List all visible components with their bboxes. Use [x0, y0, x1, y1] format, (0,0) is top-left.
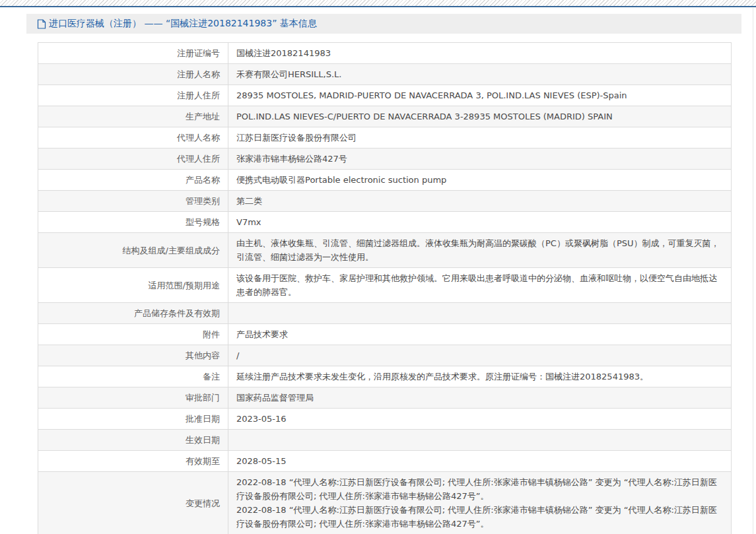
table-row: 附件 产品技术要求: [38, 324, 732, 345]
field-label: 结构及组成/主要组成成分: [38, 233, 228, 268]
table-row: 代理人名称 江苏日新医疗设备股份有限公司: [38, 127, 732, 149]
table-row: 产品名称 便携式电动吸引器Portable electronic suction…: [38, 170, 732, 191]
field-value: [228, 430, 732, 451]
table-row: 其他内容 /: [38, 345, 732, 366]
field-label: 注册人名称: [38, 64, 228, 85]
table-row: 变更情况 2022-08-18 “代理人名称:江苏日新医疗设备有限公司; 代理人…: [38, 472, 732, 534]
field-value: V7mx: [228, 212, 732, 233]
field-value: 该设备用于医院、救护车、家居护理和其他救护领域。它用来吸出患者呼吸道中的分泌物、…: [228, 268, 732, 303]
table-row: 注册人住所 28935 MOSTOLES, MADRID-PUERTO DE N…: [38, 85, 732, 106]
table-row: 审批部门 国家药品监督管理局: [38, 387, 732, 409]
field-label: 适用范围/预期用途: [38, 268, 228, 303]
field-value: /: [228, 345, 732, 366]
table-row: 注册人名称 禾赛有限公司HERSILL,S.L.: [38, 64, 732, 85]
info-table-body: 注册证编号 国械注进20182141983 注册人名称 禾赛有限公司HERSIL…: [38, 43, 732, 534]
field-label: 生效日期: [38, 430, 228, 451]
table-row: 批准日期 2023-05-16: [38, 409, 732, 430]
table-wrap: 注册证编号 国械注进20182141983 注册人名称 禾赛有限公司HERSIL…: [38, 42, 741, 534]
field-label: 附件: [38, 324, 228, 345]
field-value: POL.IND.LAS NIEVES-C/PUERTO DE NAVACERRA…: [228, 106, 732, 127]
field-label: 批准日期: [38, 409, 228, 430]
field-label: 有效期至: [38, 451, 228, 472]
table-row: 代理人住所 张家港市锦丰杨锦公路427号: [38, 149, 732, 170]
top-accent-line: [0, 6, 756, 7]
field-value: 2023-05-16: [228, 409, 732, 430]
field-value: [228, 303, 732, 324]
registration-info-table: 注册证编号 国械注进20182141983 注册人名称 禾赛有限公司HERSIL…: [38, 42, 732, 534]
field-label: 产品名称: [38, 170, 228, 191]
field-label: 产品储存条件及有效期: [38, 303, 228, 324]
field-value: 产品技术要求: [228, 324, 732, 345]
page-title: 进口医疗器械（注册） —— “国械注进20182141983” 基本信息: [37, 18, 317, 30]
table-row: 管理类别 第二类: [38, 191, 732, 212]
page-title-text: 进口医疗器械（注册） —— “国械注进20182141983” 基本信息: [49, 18, 317, 30]
table-row: 备注 延续注册产品技术要求未发生变化，沿用原核发的产品技术要求。原注册证编号：国…: [38, 366, 732, 387]
table-row: 产品储存条件及有效期: [38, 303, 732, 324]
field-value: 第二类: [228, 191, 732, 212]
table-row: 生效日期: [38, 430, 732, 451]
field-label: 代理人名称: [38, 127, 228, 149]
table-row: 适用范围/预期用途 该设备用于医院、救护车、家居护理和其他救护领域。它用来吸出患…: [38, 268, 732, 303]
table-row: 有效期至 2028-05-15: [38, 451, 732, 472]
table-row: 注册证编号 国械注进20182141983: [38, 43, 732, 64]
field-value: 由主机、液体收集瓶、引流管、细菌过滤器组成。液体收集瓶为耐高温的聚碳酸（PC）或…: [228, 233, 732, 268]
field-label: 管理类别: [38, 191, 228, 212]
field-label: 注册证编号: [38, 43, 228, 64]
field-value: 28935 MOSTOLES, MADRID-PUERTO DE NAVACER…: [228, 85, 732, 106]
field-value: 禾赛有限公司HERSILL,S.L.: [228, 64, 732, 85]
registration-panel: 进口医疗器械（注册） —— “国械注进20182141983” 基本信息 注册证…: [26, 14, 741, 534]
field-value: 国家药品监督管理局: [228, 387, 732, 409]
field-label: 变更情况: [38, 472, 228, 534]
panel-header: 进口医疗器械（注册） —— “国械注进20182141983” 基本信息: [26, 14, 741, 34]
field-label: 生产地址: [38, 106, 228, 127]
field-value: 延续注册产品技术要求未发生变化，沿用原核发的产品技术要求。原注册证编号：国械注进…: [228, 366, 732, 387]
field-value: 张家港市锦丰杨锦公路427号: [228, 149, 732, 170]
field-label: 注册人住所: [38, 85, 228, 106]
field-value: 江苏日新医疗设备股份有限公司: [228, 127, 732, 149]
field-label: 其他内容: [38, 345, 228, 366]
field-label: 审批部门: [38, 387, 228, 409]
field-value: 国械注进20182141983: [228, 43, 732, 64]
table-row: 生产地址 POL.IND.LAS NIEVES-C/PUERTO DE NAVA…: [38, 106, 732, 127]
field-value: 便携式电动吸引器Portable electronic suction pump: [228, 170, 732, 191]
field-label: 代理人住所: [38, 149, 228, 170]
field-label: 备注: [38, 366, 228, 387]
document-icon: [37, 19, 46, 29]
top-hatch-decoration: [0, 0, 756, 6]
field-value: 2028-05-15: [228, 451, 732, 472]
right-edge-divider: [753, 8, 753, 534]
field-label: 型号规格: [38, 212, 228, 233]
table-row: 型号规格 V7mx: [38, 212, 732, 233]
table-row: 结构及组成/主要组成成分 由主机、液体收集瓶、引流管、细菌过滤器组成。液体收集瓶…: [38, 233, 732, 268]
field-value: 2022-08-18 “代理人名称:江苏日新医疗设备有限公司; 代理人住所:张家…: [228, 472, 732, 534]
